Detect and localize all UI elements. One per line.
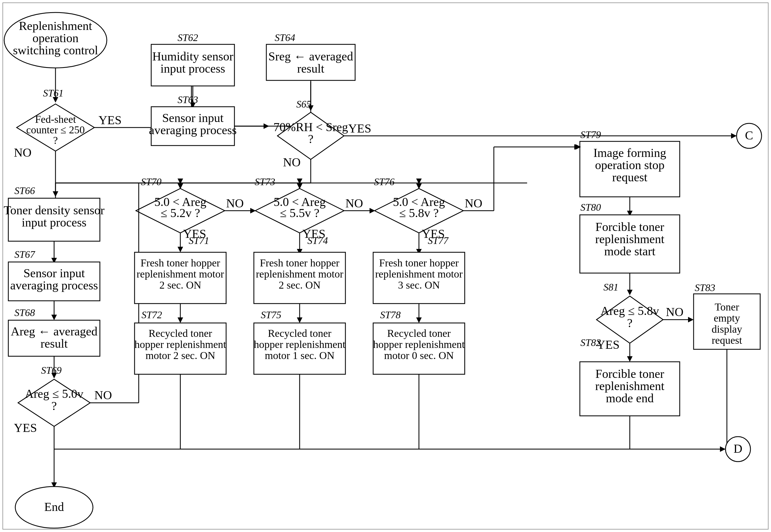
st64-text2: result [297, 62, 324, 75]
svg-marker-42 [250, 208, 256, 213]
st79-text1: Image forming [594, 146, 666, 160]
st80-text2: replenishment [595, 232, 664, 246]
st66-text1: Toner density sensor [4, 203, 105, 217]
st62-text1: Humidity sensor [152, 50, 233, 63]
svg-marker-32 [177, 184, 183, 189]
st79-text3: request [612, 170, 647, 184]
st61-text2: counter ≤ 250 [26, 124, 85, 136]
s81-text1: Areg ≤ 5.8v [601, 304, 659, 318]
st61-text3: ? [53, 134, 58, 146]
st77-text2: replenishment motor [375, 268, 463, 280]
st71-text2: replenishment motor [136, 268, 224, 280]
st75-label: ST75 [261, 309, 281, 320]
st80-label: ST80 [581, 202, 601, 213]
st75-text1: Recycled toner [268, 327, 332, 339]
conn-d-label: D [734, 442, 742, 455]
st76-no: NO [465, 197, 482, 210]
st80-text3: mode start [604, 245, 656, 258]
conn-c-label: C [745, 129, 753, 142]
st69-label: ST69 [41, 365, 62, 376]
st82-text3: mode end [606, 391, 654, 405]
st62-text2: input process [160, 62, 225, 75]
svg-marker-52 [370, 208, 375, 213]
st74-text1: Fresh toner hopper [260, 257, 339, 269]
st64-text1: Sreg ← averaged [268, 50, 353, 63]
st61-no: NO [14, 146, 32, 159]
st77-text1: Fresh toner hopper [379, 257, 459, 269]
svg-marker-70 [627, 356, 633, 362]
st75-text3: motor 1 sec. ON [265, 350, 334, 361]
st80-text1: Forcible toner [596, 220, 664, 234]
s65-label: S65 [296, 99, 311, 110]
st70-no: NO [226, 197, 244, 210]
s65-yes: YES [348, 122, 371, 135]
st66-text2: input process [22, 216, 86, 229]
st69-yes: YES [14, 421, 37, 435]
st62-label: ST62 [177, 32, 198, 43]
svg-marker-67 [688, 317, 694, 322]
svg-marker-24 [51, 315, 57, 320]
st70-label: ST70 [141, 176, 161, 187]
st74-label: ST74 [307, 235, 328, 246]
st68-text1: Areg ← averaged [11, 325, 98, 338]
st79-text2: operation stop [595, 158, 665, 172]
s81-no: NO [666, 305, 684, 319]
s65-text1: 70%RH < Sreg [273, 120, 348, 134]
st72-text2: hopper replenishment [134, 338, 227, 350]
s81-label: S81 [604, 282, 619, 293]
s81-text2: ? [627, 316, 633, 330]
st67-label: ST67 [14, 249, 35, 260]
st72-label: ST72 [141, 309, 162, 320]
st67-text1: Sensor input [23, 266, 85, 280]
st76-text2: ≤ 5.8v ? [399, 206, 439, 220]
st73-text2: ≤ 5.5v ? [280, 206, 320, 220]
flowchart-diagram: Replenishment operation switching contro… [0, 0, 771, 532]
st71-text1: Fresh toner hopper [140, 257, 220, 269]
st82-text2: replenishment [595, 379, 664, 393]
st67-text2: averaging process [10, 279, 98, 292]
st71-label: ST71 [188, 235, 209, 246]
st76-label: ST76 [374, 176, 395, 187]
st63-text1: Sensor input [162, 111, 223, 125]
st73-no: NO [345, 197, 363, 210]
st61-yes: YES [98, 113, 121, 127]
st64-label: ST64 [275, 32, 295, 43]
st79-label: ST79 [581, 129, 601, 140]
svg-marker-73 [720, 446, 726, 452]
st77-label: ST77 [428, 235, 449, 246]
st82-label: ST82 [581, 337, 601, 348]
st70-text2: ≤ 5.2v ? [160, 206, 200, 220]
st74-text3: 2 sec. ON [279, 279, 321, 291]
st78-text1: Recycled toner [387, 327, 451, 339]
st63-text2: averaging process [149, 123, 237, 137]
st82-text1: Forcible toner [596, 367, 664, 381]
s65-no: NO [283, 156, 301, 169]
s65-text2: ? [308, 132, 314, 146]
st68-label: ST68 [14, 307, 35, 318]
st78-text3: motor 0 sec. ON [384, 350, 454, 361]
st68-text2: result [40, 337, 68, 350]
svg-marker-35 [177, 247, 183, 252]
st73-label: ST73 [255, 176, 275, 187]
start-label3: switching control [13, 44, 98, 57]
end-label: End [44, 500, 64, 514]
st69-text2: ? [51, 399, 57, 413]
svg-marker-40 [297, 184, 302, 189]
start-label: Replenishment [19, 19, 92, 33]
st83-text4: request [712, 334, 742, 346]
st75-text2: hopper replenishment [254, 338, 346, 350]
svg-marker-17 [731, 133, 737, 139]
st83-text3: display [712, 323, 742, 335]
start-label2: operation [32, 31, 78, 45]
st78-text2: hopper replenishment [373, 338, 465, 350]
st78-label: ST78 [380, 309, 401, 320]
st74-text2: replenishment motor [256, 268, 344, 280]
st61-label: ST61 [43, 88, 63, 99]
st66-label: ST66 [14, 185, 35, 196]
svg-marker-65 [627, 290, 633, 295]
st69-text1: Areg ≤ 5.0v [25, 387, 83, 401]
st69-no: NO [94, 388, 112, 402]
st83-label: ST83 [695, 282, 715, 293]
st63-label: ST63 [177, 94, 198, 105]
st83-text1: Toner [715, 301, 739, 313]
